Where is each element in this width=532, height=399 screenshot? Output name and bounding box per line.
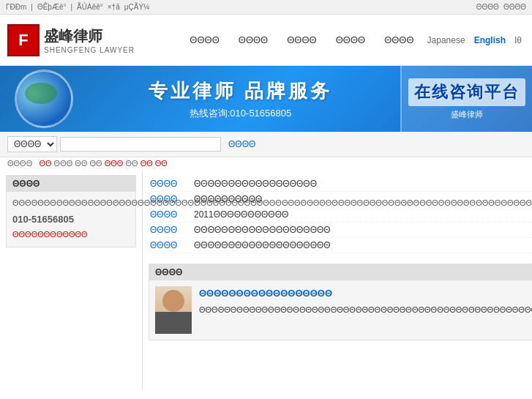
logo-en: SHENGFENG LAWYER — [44, 46, 135, 54]
topbar-item-4: ×†ã — [108, 3, 120, 11]
lawyer-section: ΘΘΘΘ ΘΘ ΘΘΘΘΘΘΘΘΘΘΘΘΘΘΘΘΘΘ ΘΘΘΘΘΘΘΘΘΘΘΘΘ… — [149, 264, 532, 340]
news-title-2[interactable]: ΘΘΘΘΘΘΘΘΘΘ — [194, 194, 532, 204]
topbar-separator-1: | — [31, 3, 33, 11]
search-tag-6[interactable]: ΘΘ — [125, 159, 138, 168]
topbar-separator-2: | — [70, 3, 72, 11]
content-area: ΘΘΘΘ ΘΘΘΘΘΘΘΘΘΘΘΘΘΘΘΘΘΘ [03-08] ΘΘΘΘ ΘΘΘ… — [143, 171, 532, 389]
search-input[interactable] — [60, 137, 221, 152]
banner-left: 专业律师 品牌服务 热线咨询:010-51656805 — [0, 66, 400, 132]
logo[interactable]: F 盛峰律师 SHENGFENG LAWYER — [7, 24, 135, 56]
nav-item-4[interactable]: ΘΘΘΘ — [327, 31, 374, 48]
news-item-1: ΘΘΘΘ ΘΘΘΘΘΘΘΘΘΘΘΘΘΘΘΘΘΘ [03-08] — [150, 176, 532, 192]
globe-graphic — [15, 70, 73, 128]
topbar-right-1[interactable]: ΘΘΘΘ — [476, 3, 499, 11]
news-category-4: ΘΘΘΘ — [150, 225, 194, 235]
lawyer-section-title: ΘΘΘΘ — [155, 267, 182, 277]
search-category-select[interactable]: ΘΘΘΘ — [7, 136, 57, 152]
top-bar: ΓÐÐm | ΘÊþÆê° | ÃÙÀêê° ×†ã μÇÃÝ¼ ΘΘΘΘ ΘΘ… — [0, 0, 532, 15]
news-title-3[interactable]: 2011ΘΘΘΘΘΘΘΘΘΘΘ — [194, 209, 532, 220]
topbar-right-2[interactable]: ΘΘΘΘ — [503, 3, 526, 11]
search-tags-label: ΘΘΘΘ — [7, 159, 32, 168]
contact-link[interactable]: ΘΘΘΘΘΘΘΘΘΘΘΘ — [12, 228, 130, 242]
news-category-1: ΘΘΘΘ — [150, 179, 194, 189]
contact-phone: 010-51656805 — [12, 211, 130, 228]
news-item-3: ΘΘΘΘ 2011ΘΘΘΘΘΘΘΘΘΘΘ [01-31] — [150, 207, 532, 223]
news-item-5: ΘΘΘΘ ΘΘΘΘΘΘΘΘΘΘΘΘΘΘΘΘΘΘΘΘ [11-21] — [150, 238, 532, 253]
search-tag-4[interactable]: ΘΘ — [90, 159, 102, 168]
topbar-item-5: μÇÃÝ¼ — [124, 3, 150, 11]
search-bar: ΘΘΘΘ ΘΘΘΘ — [0, 132, 532, 157]
topbar-item-2[interactable]: ΘÊþÆê° — [37, 3, 67, 11]
lang-japanese[interactable]: Japanese — [424, 34, 468, 47]
search-tag-7[interactable]: ΘΘ — [141, 159, 153, 168]
contact-box-title: ΘΘΘΘ — [7, 176, 135, 192]
nav-item-3[interactable]: ΘΘΘΘ — [278, 31, 325, 48]
news-category-5: ΘΘΘΘ — [150, 240, 194, 250]
header: F 盛峰律师 SHENGFENG LAWYER ΘΘΘΘ ΘΘΘΘ ΘΘΘΘ Θ… — [0, 15, 532, 66]
contact-desc: ΘΘΘΘΘΘΘΘΘΘΘΘΘΘΘΘΘΘΘΘΘΘΘΘΘΘΘΘΘΘΘΘΘΘΘΘΘΘΘΘ… — [12, 196, 130, 211]
nav-item-1[interactable]: ΘΘΘΘ — [181, 31, 228, 48]
topbar-item-1[interactable]: ΓÐÐm — [6, 3, 26, 11]
logo-text: 盛峰律师 SHENGFENG LAWYER — [44, 26, 135, 54]
nav-item-5[interactable]: ΘΘΘΘ — [375, 31, 422, 48]
search-tag-2[interactable]: ΘΘΘ — [54, 159, 73, 168]
banner-cta-title: 在线咨询平台 — [408, 78, 525, 106]
contact-box-content: ΘΘΘΘΘΘΘΘΘΘΘΘΘΘΘΘΘΘΘΘΘΘΘΘΘΘΘΘΘΘΘΘΘΘΘΘΘΘΘΘ… — [7, 192, 135, 247]
lawyer-desc: ΘΘΘΘΘΘΘΘΘΘΘΘΘΘΘΘΘΘΘΘΘΘΘΘΘΘΘΘΘΘΘΘΘΘΘΘΘΘΘΘ… — [199, 304, 532, 317]
search-tags-row: ΘΘΘΘ ΘΘ ΘΘΘ ΘΘ ΘΘ ΘΘΘ ΘΘ ΘΘ ΘΘ — [0, 157, 532, 171]
top-bar-left: ΓÐÐm | ΘÊþÆê° | ÃÙÀêê° ×†ã μÇÃÝ¼ — [6, 3, 149, 11]
banner-title: 专业律师 品牌服务 — [149, 78, 332, 104]
news-title-1[interactable]: ΘΘΘΘΘΘΘΘΘΘΘΘΘΘΘΘΘΘ — [194, 179, 532, 189]
search-tag-8[interactable]: ΘΘ — [155, 159, 168, 168]
logo-cn: 盛峰律师 — [44, 26, 135, 46]
left-sidebar: ΘΘΘΘ ΘΘΘΘΘΘΘΘΘΘΘΘΘΘΘΘΘΘΘΘΘΘΘΘΘΘΘΘΘΘΘΘΘΘΘ… — [0, 171, 143, 389]
search-button[interactable]: ΘΘΘΘ — [224, 138, 260, 151]
banner-cta-sub: 盛峰律师 — [451, 109, 483, 120]
news-section: ΘΘΘΘ ΘΘΘΘΘΘΘΘΘΘΘΘΘΘΘΘΘΘ [03-08] ΘΘΘΘ ΘΘΘ… — [143, 171, 532, 259]
main-layout: ΘΘΘΘ ΘΘΘΘΘΘΘΘΘΘΘΘΘΘΘΘΘΘΘΘΘΘΘΘΘΘΘΘΘΘΘΘΘΘΘ… — [0, 171, 532, 389]
topbar-item-3[interactable]: ÃÙÀêê° — [77, 3, 103, 11]
banner-subtitle: 热线咨询:010-51656805 — [149, 107, 332, 120]
lawyer-info: ΘΘΘΘΘΘΘΘΘΘΘΘΘΘΘΘΘΘ ΘΘΘΘΘΘΘΘΘΘΘΘΘΘΘΘΘΘΘΘΘ… — [199, 286, 532, 334]
nav-item-2[interactable]: ΘΘΘΘ — [230, 31, 277, 48]
search-tag-3[interactable]: ΘΘ — [75, 159, 87, 168]
lawyer-content: ΘΘΘΘΘΘΘΘΘΘΘΘΘΘΘΘΘΘ ΘΘΘΘΘΘΘΘΘΘΘΘΘΘΘΘΘΘΘΘΘ… — [149, 280, 532, 340]
contact-box: ΘΘΘΘ ΘΘΘΘΘΘΘΘΘΘΘΘΘΘΘΘΘΘΘΘΘΘΘΘΘΘΘΘΘΘΘΘΘΘΘ… — [6, 175, 136, 247]
hero-banner: 专业律师 品牌服务 热线咨询:010-51656805 在线咨询平台 盛峰律师 — [0, 66, 532, 132]
main-nav: ΘΘΘΘ ΘΘΘΘ ΘΘΘΘ ΘΘΘΘ ΘΘΘΘ Japanese Englis… — [181, 31, 525, 48]
lawyer-section-header: ΘΘΘΘ ΘΘ — [149, 264, 532, 280]
search-tag-5[interactable]: ΘΘΘ — [105, 159, 124, 168]
lawyer-name[interactable]: ΘΘΘΘΘΘΘΘΘΘΘΘΘΘΘΘΘΘ — [199, 286, 532, 302]
banner-right[interactable]: 在线咨询平台 盛峰律师 — [400, 66, 532, 132]
search-tag-1[interactable]: ΘΘ — [39, 159, 51, 168]
lang-english[interactable]: English — [471, 34, 509, 47]
lang-other[interactable]: Ιθ — [512, 34, 525, 47]
news-category-3: ΘΘΘΘ — [150, 209, 194, 220]
news-title-5[interactable]: ΘΘΘΘΘΘΘΘΘΘΘΘΘΘΘΘΘΘΘΘ — [194, 240, 532, 250]
language-switcher: Japanese English Ιθ — [424, 34, 525, 47]
news-title-4[interactable]: ΘΘΘΘΘΘΘΘΘΘΘΘΘΘΘΘΘΘΘΘ — [194, 225, 532, 235]
news-category-2: ΘΘΘΘ — [150, 194, 194, 204]
search-form: ΘΘΘΘ ΘΘΘΘ — [7, 136, 260, 152]
globe-inner — [17, 72, 71, 126]
logo-icon: F — [7, 24, 40, 56]
news-item-4: ΘΘΘΘ ΘΘΘΘΘΘΘΘΘΘΘΘΘΘΘΘΘΘΘΘ [12-13] — [150, 223, 532, 238]
lawyer-photo — [155, 286, 192, 334]
top-bar-right: ΘΘΘΘ ΘΘΘΘ — [476, 3, 526, 11]
lawyer-avatar — [155, 286, 192, 334]
banner-content: 专业律师 品牌服务 热线咨询:010-51656805 — [149, 78, 332, 120]
news-item-2: ΘΘΘΘ ΘΘΘΘΘΘΘΘΘΘ [02-09] — [150, 192, 532, 207]
